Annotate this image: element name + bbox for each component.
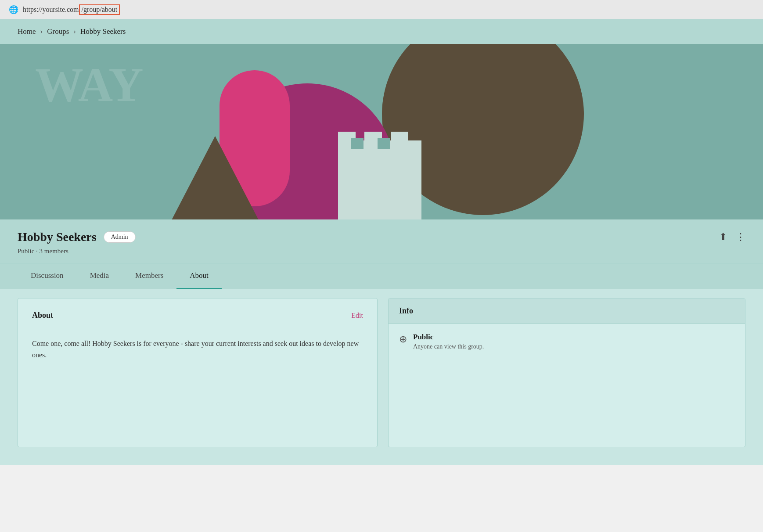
group-title: Hobby Seekers [18, 230, 97, 244]
breadcrumb-sep-1: › [40, 27, 43, 36]
breadcrumb-groups[interactable]: Groups [47, 27, 69, 36]
info-card-body: ⊕ Public Anyone can view this group. [389, 324, 745, 359]
public-globe-icon: ⊕ [399, 334, 407, 345]
content-area: About Edit Come one, come all! Hobby See… [0, 289, 763, 465]
breadcrumb-current: Hobby Seekers [80, 27, 126, 36]
about-card-text: Come one, come all! Hobby Seekers is for… [32, 338, 363, 360]
nav-tabs: Discussion Media Members About [0, 263, 763, 289]
info-row-public: ⊕ Public Anyone can view this group. [399, 333, 734, 350]
tab-discussion[interactable]: Discussion [18, 263, 77, 289]
breadcrumb-home[interactable]: Home [18, 27, 36, 36]
hero-image: WAY [0, 44, 763, 219]
admin-badge: Admin [104, 231, 136, 243]
url-base: https://yoursite.com [23, 6, 79, 14]
about-card-header: About Edit [32, 311, 363, 320]
breadcrumb-sep-2: › [73, 27, 76, 36]
about-card-divider [32, 329, 363, 329]
info-text-block: Public Anyone can view this group. [413, 333, 484, 350]
about-card: About Edit Come one, come all! Hobby See… [18, 298, 378, 447]
tab-media[interactable]: Media [77, 263, 122, 289]
url-bar[interactable]: https://yoursite.com /group/about [23, 4, 120, 15]
about-card-title: About [32, 311, 53, 320]
group-title-row: Hobby Seekers Admin ⬆ ⋮ [18, 230, 745, 248]
url-path: /group/about [79, 4, 120, 15]
info-privacy-title: Public [413, 333, 484, 341]
group-meta: Public · 3 members [18, 248, 745, 263]
svg-rect-8 [391, 132, 408, 149]
browser-bar: 🌐 https://yoursite.com /group/about [0, 0, 763, 19]
group-title-left: Hobby Seekers Admin [18, 230, 136, 244]
tab-members[interactable]: Members [122, 263, 176, 289]
more-options-icon[interactable]: ⋮ [736, 231, 745, 243]
hero-shapes: WAY [0, 44, 763, 219]
tab-about[interactable]: About [176, 263, 222, 289]
group-actions: ⬆ ⋮ [719, 231, 745, 243]
svg-rect-9 [351, 138, 364, 149]
hero-svg: WAY [0, 44, 763, 219]
svg-rect-5 [338, 140, 421, 219]
share-icon[interactable]: ⬆ [719, 231, 727, 243]
breadcrumb: Home › Groups › Hobby Seekers [0, 19, 763, 44]
group-info-bar: Hobby Seekers Admin ⬆ ⋮ Public · 3 membe… [0, 219, 763, 263]
svg-rect-10 [378, 138, 390, 149]
info-card-header: Info [389, 298, 745, 324]
edit-link[interactable]: Edit [351, 312, 363, 320]
svg-text:WAY: WAY [35, 58, 144, 111]
globe-icon: 🌐 [9, 5, 18, 14]
info-card: Info ⊕ Public Anyone can view this group… [388, 298, 745, 447]
info-privacy-sub: Anyone can view this group. [413, 343, 484, 350]
